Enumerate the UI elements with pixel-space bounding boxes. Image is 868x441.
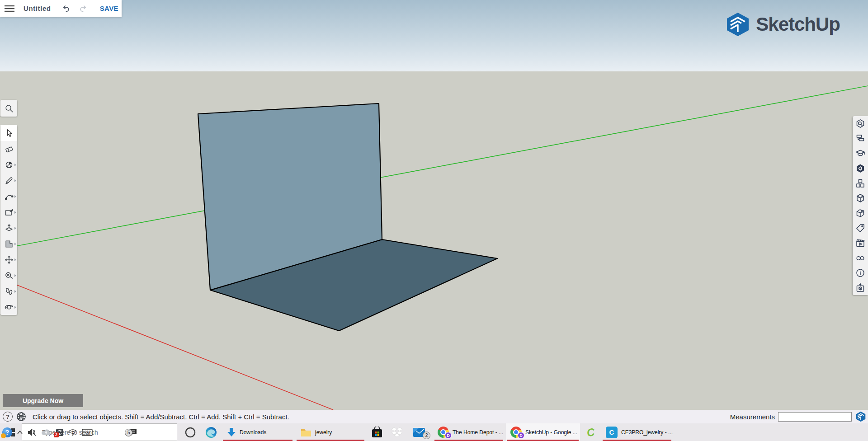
windows-taskbar: Downloads jewelry (0, 423, 868, 441)
action-center-button[interactable]: 5 (128, 428, 137, 437)
panel-model-info[interactable] (853, 265, 868, 280)
instructor-icon (855, 148, 866, 159)
panel-styles[interactable] (853, 206, 868, 220)
panel-tags[interactable] (853, 220, 868, 235)
taskbar-button-homedepot[interactable]: D The Home Depot - ... (433, 423, 505, 441)
undo-button[interactable] (61, 4, 71, 14)
tool-paint[interactable] (0, 157, 17, 173)
rectangle-icon (4, 207, 14, 217)
document-title[interactable]: Untitled (24, 5, 51, 12)
sketchup-mini-logo-icon (855, 411, 866, 422)
chrome-profile-badge: D (445, 432, 452, 439)
taskbar-button-ce3pro[interactable]: C CE3PRO_jewelry - ... (601, 423, 673, 441)
panel-instructor[interactable] (853, 146, 868, 161)
help-button[interactable]: ? (3, 412, 13, 422)
sync-count-badge: 2 (54, 432, 59, 437)
onedrive-tray-icon[interactable] (41, 429, 51, 436)
dropbox-icon (391, 427, 403, 438)
taskbar-button-downloads[interactable]: Downloads (222, 423, 294, 441)
panel-outliner[interactable] (853, 131, 868, 146)
taskbar-button-label: The Home Depot - ... (453, 429, 503, 436)
sync-tray-icon[interactable]: 2 (56, 428, 64, 436)
flyout-arrow-icon (14, 258, 16, 261)
tool-line[interactable] (0, 173, 17, 188)
menu-icon[interactable] (4, 4, 15, 13)
cloud-icon (41, 429, 51, 436)
language-globe-icon[interactable] (16, 411, 27, 422)
panel-materials[interactable] (853, 191, 868, 206)
keyboard-icon (82, 429, 93, 436)
select-cursor-icon (4, 128, 14, 138)
notification-count-badge: 5 (125, 429, 132, 436)
help-glyph: ? (5, 429, 9, 436)
tags-icon (855, 223, 866, 234)
microsoft-store-button[interactable] (367, 423, 387, 441)
tool-select[interactable] (0, 125, 17, 141)
alert-dot (1, 433, 6, 438)
download-arrow-icon (227, 427, 236, 437)
import-model-icon (855, 282, 866, 293)
3d-viewport[interactable] (0, 0, 868, 423)
flyout-arrow-icon (14, 179, 16, 182)
styles-icon (855, 208, 866, 219)
wifi-icon (68, 429, 77, 436)
microsoft-store-icon (371, 427, 383, 438)
taskbar-button-sketchup[interactable]: D SketchUp - Google ... (506, 423, 580, 441)
mail-button[interactable]: 2 (407, 423, 431, 441)
panel-entity-info[interactable] (853, 161, 868, 176)
panels-toolbar (853, 116, 868, 295)
ce3pro-app-icon: C (606, 427, 618, 438)
panel-scenes[interactable] (853, 235, 868, 250)
chevron-up-icon (17, 430, 23, 435)
touch-keyboard-tray-icon[interactable] (82, 429, 93, 436)
measurements-input[interactable] (778, 412, 852, 422)
tool-tape-measure[interactable] (0, 267, 17, 283)
save-button[interactable]: SAVE (97, 4, 121, 13)
edge-browser-icon (205, 427, 217, 438)
cortana-icon (185, 427, 196, 438)
wifi-tray-icon[interactable] (68, 429, 77, 436)
hidden-icons-chevron[interactable] (17, 430, 23, 435)
flyout-arrow-icon (14, 211, 16, 214)
tool-arc[interactable] (0, 188, 17, 204)
tool-push-pull[interactable] (0, 220, 17, 236)
orbit-icon (4, 302, 14, 312)
panel-display[interactable] (853, 250, 868, 265)
green-axis (13, 86, 868, 247)
help-glyph: ? (6, 413, 9, 420)
tool-orbit[interactable] (0, 299, 17, 315)
panel-entity-search[interactable] (853, 116, 868, 131)
model-info-icon (855, 267, 866, 278)
volume-tray-icon[interactable] (28, 428, 37, 436)
measurements-label: Measurements (730, 413, 775, 421)
entity-info-icon (855, 163, 866, 174)
speaker-icon (28, 428, 37, 436)
tool-walk[interactable] (0, 283, 17, 299)
upgrade-now-button[interactable]: Upgrade Now (3, 394, 83, 407)
components-icon (855, 178, 866, 189)
help-tray-icon[interactable]: ? (2, 427, 12, 437)
app-header: Untitled SAVE (0, 0, 122, 17)
folder-icon (301, 428, 311, 437)
tool-offset[interactable] (0, 236, 17, 252)
cortana-button[interactable] (181, 423, 200, 441)
tape-measure-icon (4, 271, 14, 281)
panel-components[interactable] (853, 176, 868, 191)
pencil-icon (4, 176, 14, 186)
scenes-icon (855, 238, 866, 249)
tool-eraser[interactable] (0, 141, 17, 157)
flyout-arrow-icon (14, 306, 16, 309)
move-arrows-icon (4, 255, 14, 265)
tool-move[interactable] (0, 252, 17, 267)
flyout-arrow-icon (14, 195, 16, 198)
flyout-arrow-icon (14, 274, 16, 277)
redo-button[interactable] (78, 4, 88, 14)
eraser-icon (4, 144, 14, 154)
dropbox-button[interactable] (387, 423, 407, 441)
cricut-button[interactable]: C (581, 423, 600, 441)
search-tool-button[interactable] (0, 100, 17, 117)
panel-import-model[interactable] (853, 280, 868, 295)
tool-rectangle[interactable] (0, 204, 17, 220)
edge-button[interactable] (202, 423, 221, 441)
taskbar-button-jewelry[interactable]: jewelry (295, 423, 366, 441)
